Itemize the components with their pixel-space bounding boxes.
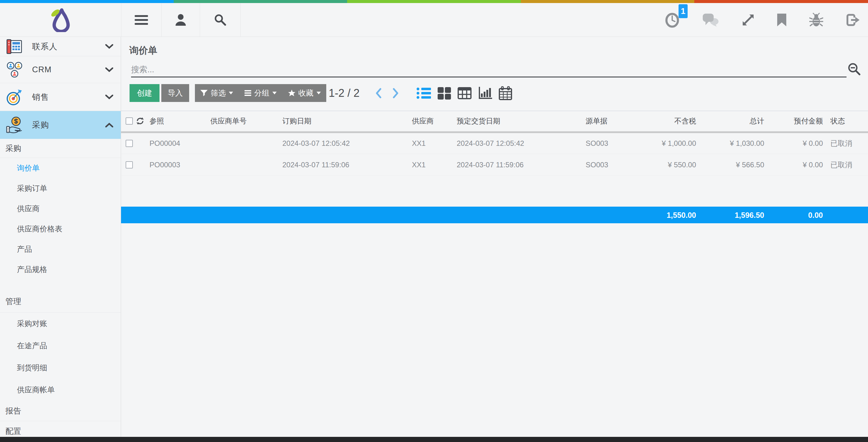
create-button[interactable]: 创建 bbox=[129, 84, 159, 102]
table-row[interactable]: PO00004 2024-03-07 12:05:42 XX1 2024-03-… bbox=[121, 132, 868, 154]
pager-prev-button[interactable] bbox=[375, 88, 382, 98]
import-button[interactable]: 导入 bbox=[161, 84, 189, 102]
page-title: 询价单 bbox=[129, 44, 157, 57]
table-row[interactable]: PO00003 2024-03-07 11:59:06 XX1 2024-03-… bbox=[121, 154, 868, 176]
search-magnifier-icon[interactable] bbox=[847, 62, 861, 76]
bookmark-icon bbox=[777, 13, 786, 26]
purchase-icon bbox=[5, 116, 23, 134]
cell-untaxed: ¥ 1,000.00 bbox=[646, 132, 696, 154]
filter-button[interactable]: 筛选 bbox=[195, 84, 239, 102]
topbar-right-icons: 1 bbox=[665, 3, 860, 37]
chevron-up-icon bbox=[105, 123, 113, 127]
cell-total: ¥ 566.50 bbox=[696, 154, 764, 176]
list-view-icon bbox=[416, 87, 431, 99]
bookmark-button[interactable] bbox=[777, 13, 786, 26]
cell-ref: PO00003 bbox=[150, 154, 210, 176]
cell-source: SO003 bbox=[586, 154, 646, 176]
sidebar-section-report[interactable]: 报告 bbox=[0, 401, 121, 421]
top-bar: 1 bbox=[0, 3, 868, 37]
kanban-view-button[interactable] bbox=[438, 87, 451, 99]
cell-ref: PO00004 bbox=[150, 132, 210, 154]
global-search-button[interactable] bbox=[200, 3, 241, 37]
column-header-vendor[interactable]: 供应商 bbox=[412, 111, 457, 132]
sidebar-item-product-variants[interactable]: 产品规格 bbox=[0, 259, 121, 280]
group-by-button[interactable]: 分组 bbox=[239, 84, 283, 102]
sidebar-item-in-transit-products[interactable]: 在途产品 bbox=[0, 335, 121, 357]
debug-button[interactable] bbox=[809, 13, 823, 27]
select-all-checkbox[interactable] bbox=[126, 117, 133, 125]
chat-icon bbox=[703, 13, 719, 27]
sidebar-item-label: 销售 bbox=[32, 92, 49, 102]
app-logo[interactable] bbox=[0, 3, 121, 37]
column-header-total[interactable]: 总计 bbox=[696, 111, 764, 132]
sidebar-item-vendor-pricelists[interactable]: 供应商价格表 bbox=[0, 219, 121, 239]
cell-total: ¥ 1,030.00 bbox=[696, 132, 764, 154]
cell-prepaid: ¥ 0.00 bbox=[764, 154, 823, 176]
sidebar-item-purchase[interactable]: 采购 bbox=[0, 111, 121, 139]
stripe-segment-lime bbox=[347, 0, 521, 3]
column-header-vendor-ref[interactable]: 供应商单号 bbox=[210, 111, 282, 132]
sidebar-section-manage: 管理 bbox=[0, 290, 121, 313]
sidebar-item-purchase-orders[interactable]: 采购订单 bbox=[0, 178, 121, 198]
column-header-planned-date[interactable]: 预定交货日期 bbox=[457, 111, 586, 132]
stripe-segment-gold bbox=[521, 0, 694, 3]
sidebar-item-label: 联系人 bbox=[32, 41, 58, 52]
cell-status: 已取消 bbox=[823, 132, 868, 154]
stripe-segment-green bbox=[174, 0, 347, 3]
sidebar: 联系人 CRM bbox=[0, 37, 121, 442]
sidebar-item-label: 采购 bbox=[32, 120, 49, 130]
graph-view-button[interactable] bbox=[478, 87, 492, 99]
column-header-untaxed[interactable]: 不含税 bbox=[646, 111, 696, 132]
chevron-down-icon bbox=[105, 44, 113, 49]
caret-down-icon bbox=[272, 92, 277, 94]
caret-down-icon bbox=[317, 92, 321, 94]
pivot-view-button[interactable] bbox=[458, 87, 471, 99]
column-header-source[interactable]: 源单据 bbox=[586, 111, 646, 132]
list-view-button[interactable] bbox=[416, 87, 431, 99]
column-header-order-date[interactable]: 订购日期 bbox=[282, 111, 412, 132]
menu-toggle-button[interactable] bbox=[121, 3, 161, 37]
favorites-label: 收藏 bbox=[299, 88, 314, 98]
sidebar-item-contacts[interactable]: 联系人 bbox=[0, 37, 121, 56]
stripe-segment-red bbox=[694, 0, 868, 3]
summary-totals-bar: 1,550.00 1,596.50 0.00 bbox=[121, 207, 868, 223]
search-input[interactable] bbox=[131, 63, 846, 77]
cell-prepaid: ¥ 0.00 bbox=[764, 132, 823, 154]
fullscreen-button[interactable] bbox=[742, 14, 754, 26]
crm-icon bbox=[5, 61, 23, 78]
sidebar-item-sales[interactable]: 销售 bbox=[0, 83, 121, 111]
pager-next-button[interactable] bbox=[392, 88, 399, 98]
user-menu-button[interactable] bbox=[161, 3, 200, 37]
sidebar-item-vendor-bills[interactable]: 供应商帐单 bbox=[0, 379, 121, 401]
clock-icon bbox=[665, 12, 680, 28]
messages-button[interactable] bbox=[703, 13, 719, 27]
caret-down-icon bbox=[229, 92, 233, 94]
stripe-segment-blue bbox=[0, 0, 174, 3]
row-checkbox[interactable] bbox=[126, 161, 133, 168]
notification-badge: 1 bbox=[679, 4, 688, 18]
row-checkbox[interactable] bbox=[126, 140, 133, 147]
activities-button[interactable]: 1 bbox=[665, 12, 680, 28]
search-icon bbox=[214, 14, 226, 26]
table-header-row: 参照 供应商单号 订购日期 供应商 预定交货日期 源单据 不含税 总计 预付金额… bbox=[121, 111, 868, 132]
calendar-view-button[interactable] bbox=[499, 86, 512, 100]
sidebar-item-vendors[interactable]: 供应商 bbox=[0, 198, 121, 219]
sidebar-item-products[interactable]: 产品 bbox=[0, 239, 121, 259]
sidebar-item-arrival-details[interactable]: 到货明细 bbox=[0, 357, 121, 379]
logout-button[interactable] bbox=[846, 13, 860, 26]
chevron-down-icon bbox=[105, 67, 113, 72]
sidebar-item-crm[interactable]: CRM bbox=[0, 56, 121, 83]
refresh-icon[interactable] bbox=[136, 117, 144, 125]
sidebar-item-rfq[interactable]: 询价单 bbox=[0, 158, 121, 178]
favorites-button[interactable]: 收藏 bbox=[282, 84, 326, 102]
funnel-icon bbox=[200, 90, 208, 96]
chevron-down-icon bbox=[105, 95, 113, 99]
pager-range: 1-2 / 2 bbox=[329, 84, 360, 102]
column-header-status[interactable]: 状态 bbox=[823, 111, 868, 132]
sidebar-item-label: CRM bbox=[32, 65, 52, 74]
cell-source: SO003 bbox=[586, 132, 646, 154]
quotation-table: 参照 供应商单号 订购日期 供应商 预定交货日期 源单据 不含税 总计 预付金额… bbox=[121, 111, 868, 176]
column-header-prepaid[interactable]: 预付金额 bbox=[764, 111, 823, 132]
sidebar-item-purchase-reconciliation[interactable]: 采购对账 bbox=[0, 313, 121, 335]
column-header-ref[interactable]: 参照 bbox=[150, 111, 210, 132]
